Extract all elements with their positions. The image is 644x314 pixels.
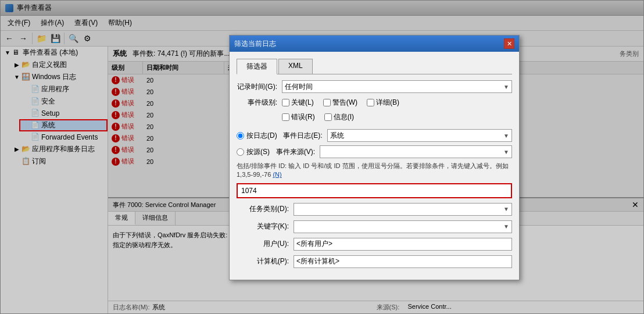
logged-label: 记录时间(G): bbox=[237, 82, 277, 92]
checkbox-error[interactable]: 错误(R) bbox=[282, 112, 315, 122]
logged-combobox[interactable]: 任何时间 ▼ bbox=[282, 80, 512, 93]
keyword-label: 关键字(K): bbox=[237, 222, 289, 231]
source-combobox[interactable]: ▼ bbox=[320, 145, 512, 158]
log-value: 系统 bbox=[330, 131, 344, 141]
task-dropdown-arrow: ▼ bbox=[503, 206, 509, 212]
logged-control: 任何时间 ▼ bbox=[282, 80, 512, 93]
checkbox-error-label: 错误(R) bbox=[291, 112, 315, 122]
radio-by-source-row: 按源(S) 事件来源(V): ▼ bbox=[237, 145, 512, 158]
event-level-row: 事件级别: 关键(L) 警告(W) 详细(B) bbox=[237, 98, 512, 124]
logged-dropdown-arrow: ▼ bbox=[503, 84, 509, 90]
dialog-title: 筛选当前日志 bbox=[234, 39, 276, 49]
checkbox-info-label: 信息(I) bbox=[334, 112, 354, 122]
radio-by-log[interactable]: 按日志(D) bbox=[237, 131, 277, 141]
computer-input[interactable] bbox=[294, 255, 512, 268]
checkbox-info-input[interactable] bbox=[324, 113, 332, 121]
event-id-note-link[interactable]: (N) bbox=[273, 171, 281, 178]
checkbox-warning-input[interactable] bbox=[323, 99, 331, 106]
user-input[interactable] bbox=[294, 238, 512, 251]
checkbox-critical[interactable]: 关键(L) bbox=[282, 98, 314, 108]
radio-by-log-input[interactable] bbox=[237, 132, 244, 140]
log-dropdown-arrow: ▼ bbox=[503, 133, 509, 139]
user-label: 用户(U): bbox=[237, 239, 289, 249]
computer-row: 计算机(P): bbox=[237, 255, 512, 268]
keyword-combobox[interactable]: ▼ bbox=[294, 220, 512, 233]
checkbox-verbose[interactable]: 详细(B) bbox=[367, 98, 399, 108]
checkbox-warning-label: 警告(W) bbox=[332, 98, 357, 108]
event-id-note: 包括/排除事件 ID: 输入 ID 号和/或 ID 范围，使用逗号分隔。若要排除… bbox=[237, 162, 512, 180]
checkbox-critical-label: 关键(L) bbox=[291, 98, 314, 108]
task-row: 任务类别(D): ▼ bbox=[237, 203, 512, 216]
dialog-close-button[interactable]: ✕ bbox=[504, 38, 514, 49]
keyword-dropdown-arrow: ▼ bbox=[503, 223, 509, 230]
dialog-tab-filter[interactable]: 筛选器 bbox=[237, 59, 277, 74]
logged-value: 任何时间 bbox=[285, 82, 313, 92]
keyword-control: ▼ bbox=[294, 220, 512, 233]
task-control: ▼ bbox=[294, 203, 512, 216]
checkbox-info[interactable]: 信息(I) bbox=[324, 112, 354, 122]
checkbox-error-input[interactable] bbox=[282, 113, 289, 121]
checkbox-critical-input[interactable] bbox=[282, 99, 289, 106]
dialog-overlay: 筛选当前日志 ✕ 筛选器 XML 记录时间(G): 任何时间 ▼ bbox=[0, 0, 644, 314]
event-level-label: 事件级别: bbox=[237, 98, 277, 108]
radio-by-source-input[interactable] bbox=[237, 148, 244, 156]
dialog-tab-xml[interactable]: XML bbox=[278, 59, 313, 74]
radio-by-source[interactable]: 按源(S) bbox=[237, 147, 270, 157]
logged-row: 记录时间(G): 任何时间 ▼ bbox=[237, 80, 512, 93]
source-dropdown-arrow: ▼ bbox=[503, 149, 509, 155]
checkbox-verbose-input[interactable] bbox=[367, 99, 374, 106]
dialog-title-bar: 筛选当前日志 ✕ bbox=[230, 35, 519, 52]
task-label: 任务类别(D): bbox=[237, 204, 289, 214]
source-control: ▼ bbox=[320, 145, 512, 158]
checkbox-verbose-label: 详细(B) bbox=[376, 98, 399, 108]
keyword-row: 关键字(K): ▼ bbox=[237, 220, 512, 233]
log-label: 事件日志(E): bbox=[282, 131, 323, 141]
computer-label: 计算机(P): bbox=[237, 256, 289, 266]
checkbox-row-2: 错误(R) 信息(I) bbox=[282, 112, 399, 122]
filter-dialog: 筛选当前日志 ✕ 筛选器 XML 记录时间(G): 任何时间 ▼ bbox=[229, 35, 520, 280]
radio-by-log-label: 按日志(D) bbox=[246, 131, 277, 141]
user-row: 用户(U): bbox=[237, 238, 512, 251]
checkbox-warning[interactable]: 警告(W) bbox=[323, 98, 357, 108]
task-combobox[interactable]: ▼ bbox=[294, 203, 512, 216]
checkbox-row-1: 关键(L) 警告(W) 详细(B) bbox=[282, 98, 399, 108]
source-filter-label: 事件来源(V): bbox=[274, 147, 315, 157]
log-combobox[interactable]: 系统 ▼ bbox=[327, 129, 512, 142]
radio-by-log-row: 按日志(D) 事件日志(E): 系统 ▼ bbox=[237, 129, 512, 142]
dialog-tabs: 筛选器 XML bbox=[237, 59, 512, 74]
dialog-body: 筛选器 XML 记录时间(G): 任何时间 ▼ 事件级别: bbox=[230, 52, 519, 280]
radio-by-source-label: 按源(S) bbox=[246, 147, 270, 157]
event-id-input[interactable] bbox=[237, 183, 512, 198]
log-control: 系统 ▼ bbox=[327, 129, 512, 142]
